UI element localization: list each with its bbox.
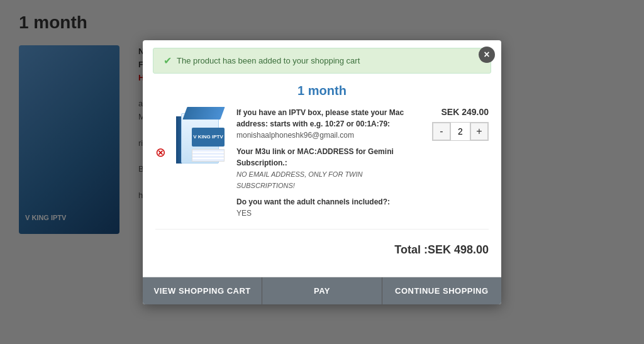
- modal-footer: VIEW SHOPPING CART PAY CONTINUE SHOPPING: [143, 277, 501, 304]
- qty-input[interactable]: [450, 123, 470, 140]
- remove-item-button[interactable]: ⊗: [155, 145, 166, 160]
- check-icon: ✔: [164, 55, 172, 67]
- success-message: The product has been added to your shopp…: [177, 56, 360, 65]
- success-banner: ✔ The product has been added to your sho…: [153, 48, 491, 74]
- total-label: Total :SEK 498.00: [394, 243, 489, 256]
- m3u-label: Your M3u link or MAC:ADDRESS for Gemini …: [236, 146, 422, 169]
- box-face: V KING IPTV: [181, 113, 219, 164]
- qty-minus-button[interactable]: -: [433, 123, 450, 140]
- view-cart-button[interactable]: VIEW SHOPPING CART: [143, 277, 262, 304]
- modal-title: 1 month: [155, 84, 489, 98]
- mac-address-label: If you have an IPTV box, please state yo…: [236, 107, 422, 130]
- modal-overlay: × ✔ The product has been added to your s…: [0, 0, 644, 344]
- close-button[interactable]: ×: [479, 47, 495, 63]
- box-top: [182, 107, 225, 119]
- modal-body: 1 month ⊗ V KING IPTV: [143, 74, 501, 277]
- item-price-qty: SEK 249.00 - +: [432, 107, 489, 141]
- item-details: If you have an IPTV box, please state yo…: [236, 107, 422, 219]
- pay-button[interactable]: PAY: [262, 277, 382, 304]
- total-row: Total :SEK 498.00: [155, 238, 489, 267]
- adult-value: YES: [236, 208, 422, 219]
- box-screen: [192, 149, 225, 162]
- m3u-value: NO EMAIL ADDRESS, ONLY FOR TWIN SUBSCRIP…: [236, 169, 422, 191]
- box-logo: V KING IPTV: [192, 128, 225, 147]
- mac-address-value: monishaalphoneshk96@gmail.com: [236, 130, 422, 141]
- cart-item: ⊗ V KING IPTV: [155, 107, 489, 230]
- quantity-control: - +: [432, 122, 489, 141]
- continue-shopping-button[interactable]: CONTINUE SHOPPING: [382, 277, 501, 304]
- qty-plus-button[interactable]: +: [470, 123, 488, 140]
- cart-modal: × ✔ The product has been added to your s…: [143, 40, 501, 304]
- item-price: SEK 249.00: [432, 107, 489, 117]
- adult-label: Do you want the adult channels included?…: [236, 196, 422, 208]
- product-image: V KING IPTV: [176, 107, 226, 164]
